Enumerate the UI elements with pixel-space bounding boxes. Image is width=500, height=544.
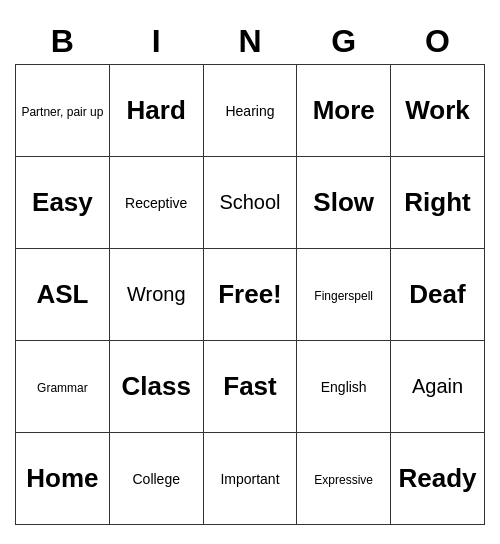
bingo-cell-3-4: Again [391, 341, 485, 433]
header-I: I [109, 19, 203, 65]
cell-text-2-0: ASL [36, 279, 88, 309]
bingo-cell-2-1: Wrong [109, 249, 203, 341]
bingo-cell-4-0: Home [16, 433, 110, 525]
bingo-header-row: BINGO [16, 19, 485, 65]
cell-text-4-0: Home [26, 463, 98, 493]
header-B: B [16, 19, 110, 65]
cell-text-0-4: Work [405, 95, 470, 125]
bingo-cell-2-4: Deaf [391, 249, 485, 341]
bingo-cell-3-1: Class [109, 341, 203, 433]
bingo-cell-3-0: Grammar [16, 341, 110, 433]
bingo-cell-4-4: Ready [391, 433, 485, 525]
cell-text-1-4: Right [404, 187, 470, 217]
cell-text-3-0: Grammar [37, 381, 88, 395]
bingo-cell-3-3: English [297, 341, 391, 433]
cell-text-0-2: Hearing [225, 103, 274, 119]
bingo-row-2: ASLWrongFree!FingerspellDeaf [16, 249, 485, 341]
bingo-card: BINGO Partner, pair upHardHearingMoreWor… [15, 19, 485, 525]
bingo-cell-4-2: Important [203, 433, 297, 525]
bingo-cell-4-3: Expressive [297, 433, 391, 525]
bingo-body: Partner, pair upHardHearingMoreWorkEasyR… [16, 65, 485, 525]
bingo-row-1: EasyReceptiveSchoolSlowRight [16, 157, 485, 249]
bingo-cell-3-2: Fast [203, 341, 297, 433]
bingo-cell-1-4: Right [391, 157, 485, 249]
cell-text-0-1: Hard [127, 95, 186, 125]
cell-text-0-3: More [313, 95, 375, 125]
cell-text-1-3: Slow [313, 187, 374, 217]
bingo-cell-1-1: Receptive [109, 157, 203, 249]
cell-text-3-4: Again [412, 375, 463, 397]
cell-text-1-0: Easy [32, 187, 93, 217]
cell-text-4-4: Ready [399, 463, 477, 493]
bingo-cell-1-0: Easy [16, 157, 110, 249]
cell-text-4-1: College [132, 471, 179, 487]
bingo-cell-1-3: Slow [297, 157, 391, 249]
cell-text-1-1: Receptive [125, 195, 187, 211]
cell-text-4-2: Important [220, 471, 279, 487]
bingo-cell-4-1: College [109, 433, 203, 525]
bingo-cell-2-3: Fingerspell [297, 249, 391, 341]
cell-text-0-0: Partner, pair up [21, 105, 103, 119]
header-N: N [203, 19, 297, 65]
bingo-cell-2-0: ASL [16, 249, 110, 341]
cell-text-2-1: Wrong [127, 283, 186, 305]
bingo-cell-0-3: More [297, 65, 391, 157]
cell-text-2-4: Deaf [409, 279, 465, 309]
cell-text-2-2: Free! [218, 279, 282, 309]
bingo-row-0: Partner, pair upHardHearingMoreWork [16, 65, 485, 157]
header-O: O [391, 19, 485, 65]
bingo-cell-1-2: School [203, 157, 297, 249]
header-G: G [297, 19, 391, 65]
cell-text-4-3: Expressive [314, 473, 373, 487]
cell-text-1-2: School [219, 191, 280, 213]
cell-text-3-3: English [321, 379, 367, 395]
bingo-cell-2-2: Free! [203, 249, 297, 341]
bingo-cell-0-1: Hard [109, 65, 203, 157]
bingo-cell-0-2: Hearing [203, 65, 297, 157]
bingo-cell-0-4: Work [391, 65, 485, 157]
cell-text-3-1: Class [122, 371, 191, 401]
bingo-row-4: HomeCollegeImportantExpressiveReady [16, 433, 485, 525]
bingo-cell-0-0: Partner, pair up [16, 65, 110, 157]
cell-text-3-2: Fast [223, 371, 276, 401]
bingo-row-3: GrammarClassFastEnglishAgain [16, 341, 485, 433]
cell-text-2-3: Fingerspell [314, 289, 373, 303]
